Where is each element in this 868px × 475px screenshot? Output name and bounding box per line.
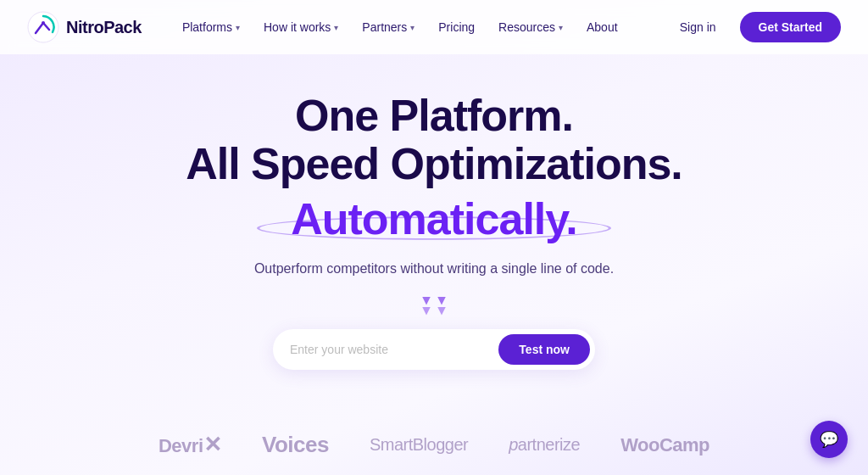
- chevron-down-icon: ▾: [236, 23, 240, 32]
- hero-title-line3-wrapper: Automatically.: [291, 195, 577, 243]
- partners-bar: Devri✕ Voices SmartBlogger partnerize Wo…: [0, 432, 868, 458]
- logo-text: NitroPack: [66, 18, 142, 37]
- chevron-dot: [437, 297, 446, 305]
- navbar: NitroPack Platforms ▾ How it works ▾ Par…: [0, 0, 868, 54]
- logo[interactable]: NitroPack: [27, 11, 142, 43]
- chevron-dot: [422, 307, 431, 316]
- partner-devrix: Devri✕: [159, 432, 221, 458]
- hero-title-line1: One Platform.: [295, 92, 573, 140]
- chevron-row-1: [422, 297, 446, 305]
- nav-links: Platforms ▾ How it works ▾ Partners ▾ Pr…: [172, 14, 670, 41]
- chevron-dot: [422, 297, 431, 305]
- partner-smartblogger: SmartBlogger: [370, 435, 468, 455]
- nav-right: Sign in Get Started: [670, 12, 841, 42]
- chevron-dots-decoration: [422, 297, 446, 316]
- partner-partnerize: partnerize: [509, 435, 580, 455]
- chevron-down-icon: ▾: [559, 23, 563, 32]
- chevron-row-2: [422, 307, 446, 316]
- hero-title-line3: Automatically.: [291, 195, 577, 243]
- chevron-down-icon: ▾: [334, 23, 338, 32]
- nav-item-about[interactable]: About: [576, 14, 628, 41]
- signin-button[interactable]: Sign in: [670, 14, 726, 41]
- nav-item-partners[interactable]: Partners ▾: [352, 14, 425, 41]
- nav-item-pricing[interactable]: Pricing: [428, 14, 485, 41]
- nav-item-resources[interactable]: Resources ▾: [488, 14, 573, 41]
- chevron-dot: [437, 307, 446, 316]
- nav-item-platforms[interactable]: Platforms ▾: [172, 14, 250, 41]
- partner-voices: Voices: [262, 432, 329, 458]
- website-input[interactable]: [290, 343, 498, 356]
- test-now-button[interactable]: Test now: [498, 334, 590, 365]
- hero-section: One Platform. All Speed Optimizations. A…: [0, 54, 868, 404]
- partner-woocamp: WooCamp: [620, 434, 709, 456]
- nav-item-how-it-works[interactable]: How it works ▾: [253, 14, 348, 41]
- chat-icon: 💬: [820, 430, 838, 449]
- hero-subtitle: Outperform competitors without writing a…: [254, 261, 614, 277]
- logo-icon: [27, 11, 59, 43]
- chevron-down-icon: ▾: [410, 23, 415, 32]
- get-started-button[interactable]: Get Started: [740, 12, 841, 42]
- hero-title-line2: All Speed Optimizations.: [186, 140, 682, 188]
- chat-bubble-button[interactable]: 💬: [810, 421, 848, 458]
- devrix-x-icon: ✕: [203, 432, 222, 457]
- search-bar: Test now: [273, 329, 595, 370]
- svg-point-1: [42, 21, 45, 25]
